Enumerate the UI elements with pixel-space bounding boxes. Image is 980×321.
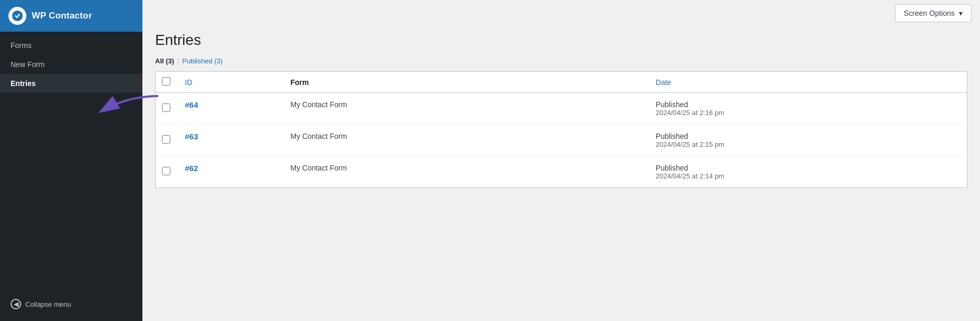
select-all-checkbox[interactable] (162, 77, 170, 86)
row-checkbox-0[interactable] (162, 103, 170, 112)
sidebar-brand[interactable]: WP Contactor (0, 0, 142, 32)
row-date-cell: Published 2024/04/25 at 2:14 pm (648, 156, 967, 188)
entries-table: ID Form Date #64 My Contact Form Publish… (155, 71, 967, 188)
filter-published-label: Published (182, 57, 213, 65)
row-form-cell: My Contact Form (283, 93, 649, 125)
row-date-status-2: Published (656, 164, 959, 172)
collapse-label: Collapse menu (25, 300, 71, 308)
col-header-date[interactable]: Date (648, 72, 967, 93)
col-header-id[interactable]: ID (178, 72, 283, 93)
col-header-checkbox (156, 72, 178, 93)
row-form-name-2: My Contact Form (291, 164, 347, 172)
row-form-name-0: My Contact Form (291, 100, 347, 109)
table-row: #63 My Contact Form Published 2024/04/25… (156, 125, 967, 156)
collapse-menu[interactable]: ◀ Collapse menu (0, 292, 142, 316)
entry-id-link-2[interactable]: #62 (185, 164, 198, 173)
collapse-icon: ◀ (11, 299, 21, 309)
filter-all-count: (3) (166, 57, 174, 65)
entry-id-link-1[interactable]: #63 (185, 132, 198, 141)
row-date-status-0: Published (656, 100, 959, 109)
sidebar: WP Contactor Forms New Form Entries ◀ Co… (0, 0, 142, 321)
row-form-name-1: My Contact Form (291, 132, 347, 140)
row-checkbox-cell (156, 93, 178, 125)
table-row: #62 My Contact Form Published 2024/04/25… (156, 156, 967, 188)
row-date-value-0: 2024/04/25 at 2:16 pm (656, 109, 959, 117)
table-body: #64 My Contact Form Published 2024/04/25… (156, 93, 967, 188)
entry-id-link-0[interactable]: #64 (185, 100, 198, 109)
row-id-cell: #63 (178, 125, 283, 156)
main-content: Screen Options ▾ Entries All (3) | Publi… (142, 0, 980, 321)
row-checkbox-cell (156, 156, 178, 188)
filter-all-label: All (155, 57, 164, 65)
filter-separator: | (177, 57, 179, 65)
sidebar-nav: Forms New Form Entries (0, 32, 142, 292)
screen-options-button[interactable]: Screen Options ▾ (895, 4, 972, 22)
sidebar-item-forms[interactable]: Forms (0, 36, 142, 55)
row-checkbox-cell (156, 125, 178, 156)
filter-all[interactable]: All (3) (155, 57, 174, 65)
row-checkbox-1[interactable] (162, 135, 170, 144)
sidebar-item-new-form[interactable]: New Form (0, 55, 142, 74)
row-date-value-2: 2024/04/25 at 2:14 pm (656, 172, 959, 180)
filter-published[interactable]: Published (3) (182, 57, 223, 65)
row-checkbox-2[interactable] (162, 167, 170, 175)
table-header-row: ID Form Date (156, 72, 967, 93)
row-id-cell: #64 (178, 93, 283, 125)
screen-options-bar: Screen Options ▾ (142, 0, 980, 26)
table-row: #64 My Contact Form Published 2024/04/25… (156, 93, 967, 125)
row-form-cell: My Contact Form (283, 156, 649, 188)
screen-options-label: Screen Options (904, 9, 955, 17)
row-date-cell: Published 2024/04/25 at 2:15 pm (648, 125, 967, 156)
filter-published-count: (3) (214, 57, 223, 65)
sidebar-item-entries[interactable]: Entries (0, 74, 142, 93)
row-date-status-1: Published (656, 132, 959, 140)
page-content: Entries All (3) | Published (3) ID F (142, 26, 980, 321)
page-title: Entries (155, 32, 967, 49)
col-header-form: Form (283, 72, 649, 93)
screen-options-chevron: ▾ (959, 9, 963, 17)
row-id-cell: #62 (178, 156, 283, 188)
brand-logo-icon (8, 7, 26, 25)
brand-title: WP Contactor (32, 11, 92, 21)
row-form-cell: My Contact Form (283, 125, 649, 156)
filter-links: All (3) | Published (3) (155, 57, 967, 65)
row-date-value-1: 2024/04/25 at 2:15 pm (656, 140, 959, 148)
row-date-cell: Published 2024/04/25 at 2:16 pm (648, 93, 967, 125)
